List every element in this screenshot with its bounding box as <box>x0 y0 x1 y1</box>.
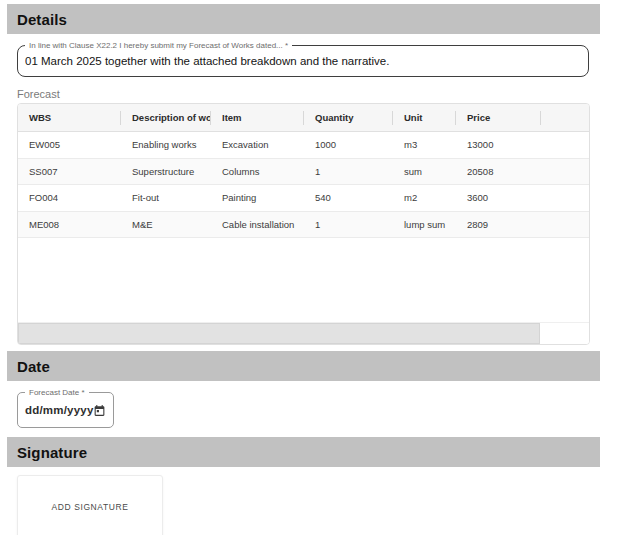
forecast-date-field[interactable]: Forecast Date * dd/mm/yyyy <box>17 392 114 428</box>
cell-spacer <box>541 159 589 185</box>
cell-unit: lump sum <box>393 212 456 238</box>
section-header-date: Date <box>7 351 600 381</box>
forecast-table-empty-area <box>18 238 589 322</box>
clause-field-label: In line with Clause X22.2 I hereby submi… <box>25 41 292 51</box>
cell-unit: m3 <box>393 132 456 158</box>
cell-item: Columns <box>211 159 304 185</box>
signature-title: Signature <box>17 444 87 461</box>
cell-item: Excavation <box>211 132 304 158</box>
add-signature-button-label: ADD SIGNATURE <box>51 502 128 512</box>
cell-price: 13000 <box>456 132 541 158</box>
table-row[interactable]: ME008M&ECable installation1lump sum2809 <box>18 212 589 239</box>
cell-price: 3600 <box>456 185 541 211</box>
column-header-item[interactable]: Item <box>211 104 304 131</box>
cell-item: Painting <box>211 185 304 211</box>
table-row[interactable]: EW005Enabling worksExcavation1000m313000 <box>18 132 589 159</box>
column-header-spacer <box>541 104 589 131</box>
calendar-icon[interactable] <box>93 404 106 417</box>
clause-field-value: 01 March 2025 together with the attached… <box>25 55 389 67</box>
details-title: Details <box>17 11 67 28</box>
cell-wbs: EW005 <box>18 132 121 158</box>
column-header-quantity[interactable]: Quantity <box>304 104 393 131</box>
table-row[interactable]: FO004Fit-outPainting540m23600 <box>18 185 589 212</box>
forecast-table-label: Forecast <box>17 88 624 101</box>
cell-price: 20508 <box>456 159 541 185</box>
add-signature-button[interactable]: ADD SIGNATURE <box>17 475 163 535</box>
clause-text-field[interactable]: In line with Clause X22.2 I hereby submi… <box>17 45 589 77</box>
cell-wbs: SS007 <box>18 159 121 185</box>
cell-quantity: 1 <box>304 159 393 185</box>
date-field-label: Forecast Date * <box>25 388 89 398</box>
horizontal-scrollbar[interactable] <box>18 322 589 344</box>
forecast-table-header-row: WBSDescription of wo...ItemQuantityUnitP… <box>18 104 589 132</box>
column-header-price[interactable]: Price <box>456 104 541 131</box>
column-header-description-of-wo[interactable]: Description of wo... <box>121 104 211 131</box>
column-header-wbs[interactable]: WBS <box>18 104 121 131</box>
cell-spacer <box>541 132 589 158</box>
cell-quantity: 540 <box>304 185 393 211</box>
table-row[interactable]: SS007SuperstructureColumns1sum20508 <box>18 159 589 186</box>
cell-quantity: 1 <box>304 212 393 238</box>
cell-quantity: 1000 <box>304 132 393 158</box>
section-header-details: Details <box>7 4 600 34</box>
cell-description-of-wo: Enabling works <box>121 132 211 158</box>
cell-unit: sum <box>393 159 456 185</box>
column-header-unit[interactable]: Unit <box>393 104 456 131</box>
scrollbar-track[interactable] <box>540 323 589 344</box>
cell-item: Cable installation <box>211 212 304 238</box>
scrollbar-thumb[interactable] <box>18 323 540 344</box>
cell-price: 2809 <box>456 212 541 238</box>
cell-wbs: FO004 <box>18 185 121 211</box>
cell-wbs: ME008 <box>18 212 121 238</box>
section-header-signature: Signature <box>7 437 600 467</box>
cell-unit: m2 <box>393 185 456 211</box>
cell-spacer <box>541 185 589 211</box>
cell-spacer <box>541 212 589 238</box>
forecast-table: WBSDescription of wo...ItemQuantityUnitP… <box>17 103 590 345</box>
date-title: Date <box>17 358 50 375</box>
cell-description-of-wo: Superstructure <box>121 159 211 185</box>
date-field-value: dd/mm/yyyy <box>25 404 93 416</box>
cell-description-of-wo: Fit-out <box>121 185 211 211</box>
cell-description-of-wo: M&E <box>121 212 211 238</box>
